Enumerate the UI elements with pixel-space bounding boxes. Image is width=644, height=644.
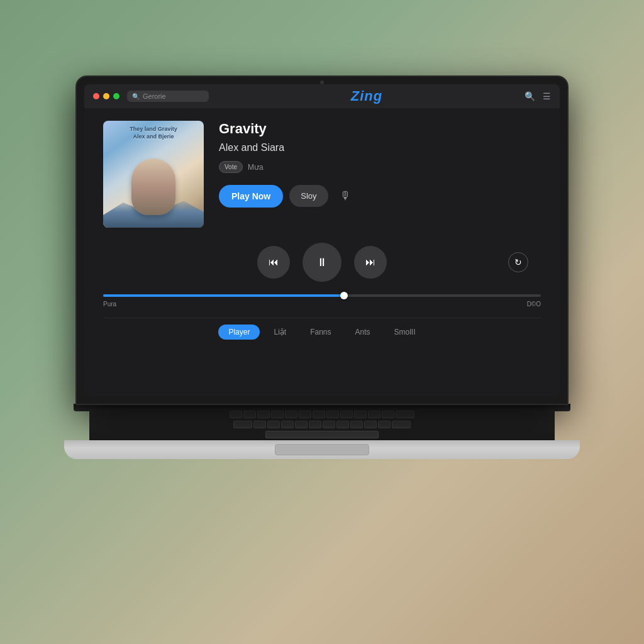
key bbox=[340, 411, 353, 418]
keyboard-row-2 bbox=[96, 421, 548, 428]
song-info-row: They land Gravity Alex and Bjerie Gravit… bbox=[103, 121, 541, 228]
forward-button[interactable]: ⏭ bbox=[354, 246, 387, 279]
key bbox=[267, 421, 280, 428]
keyboard-row-3 bbox=[96, 431, 548, 438]
key bbox=[382, 411, 394, 418]
maximize-button[interactable] bbox=[113, 93, 119, 99]
key bbox=[295, 421, 308, 428]
pause-button[interactable]: ⏸ bbox=[303, 243, 341, 282]
time-current: Pura bbox=[103, 301, 116, 308]
key bbox=[257, 411, 270, 418]
tag-vote[interactable]: Vote bbox=[219, 161, 243, 173]
keyboard-area bbox=[89, 409, 555, 440]
key bbox=[253, 421, 266, 428]
tag-mua: Mưa bbox=[248, 163, 264, 172]
webcam bbox=[320, 80, 324, 84]
search-text: Gerorie bbox=[143, 92, 166, 100]
progress-fill bbox=[103, 294, 344, 297]
key bbox=[230, 411, 242, 418]
key bbox=[313, 411, 325, 418]
key bbox=[336, 421, 349, 428]
key bbox=[392, 421, 411, 428]
key bbox=[364, 421, 377, 428]
bottom-tabs: Player Liật Fanns Ants SmolII bbox=[103, 318, 541, 345]
progress-thumb[interactable] bbox=[340, 292, 348, 299]
song-title: Gravity bbox=[219, 121, 541, 137]
rewind-button[interactable]: ⏮ bbox=[257, 246, 290, 279]
play-now-button[interactable]: Play Now bbox=[219, 185, 283, 208]
album-title-line2: Alex and Bjerie bbox=[103, 133, 204, 141]
traffic-lights bbox=[93, 93, 119, 99]
key bbox=[378, 421, 391, 428]
screen-content: 🔍 Gerorie Zing 🔍 ☰ They land Gravity bbox=[84, 84, 560, 396]
key bbox=[299, 411, 311, 418]
tab-fanns[interactable]: Fanns bbox=[300, 325, 341, 340]
player-controls: ⏮ ⏸ ⏭ ↻ bbox=[103, 243, 541, 282]
album-art: They land Gravity Alex and Bjerie bbox=[103, 121, 204, 228]
secondary-button[interactable]: Sloy bbox=[289, 185, 328, 207]
key bbox=[396, 411, 414, 418]
keyboard-row-1 bbox=[96, 411, 548, 418]
search-bar[interactable]: 🔍 Gerorie bbox=[127, 91, 209, 102]
repeat-button[interactable]: ↻ bbox=[508, 252, 528, 272]
key bbox=[326, 411, 339, 418]
minimize-button[interactable] bbox=[103, 93, 109, 99]
app-title: Zing bbox=[209, 88, 525, 104]
mic-button[interactable]: 🎙 bbox=[335, 184, 356, 208]
spacebar bbox=[265, 431, 379, 438]
title-actions: 🔍 ☰ bbox=[525, 91, 551, 101]
tab-player[interactable]: Player bbox=[218, 325, 260, 340]
progress-section: Pura D©O bbox=[103, 294, 541, 308]
trackpad[interactable] bbox=[275, 444, 369, 455]
menu-icon[interactable]: ☰ bbox=[543, 91, 551, 101]
key bbox=[350, 421, 363, 428]
search-icon: 🔍 bbox=[132, 93, 140, 100]
time-total: D©O bbox=[527, 301, 541, 308]
key bbox=[271, 411, 284, 418]
song-artist: Alex and Siara bbox=[219, 142, 541, 153]
album-figure bbox=[131, 158, 175, 215]
laptop-screen: 🔍 Gerorie Zing 🔍 ☰ They land Gravity bbox=[77, 77, 567, 404]
close-button[interactable] bbox=[93, 93, 99, 99]
laptop-wrapper: 🔍 Gerorie Zing 🔍 ☰ They land Gravity bbox=[64, 77, 580, 567]
main-content: They land Gravity Alex and Bjerie Gravit… bbox=[84, 108, 560, 396]
key bbox=[309, 421, 321, 428]
laptop-base bbox=[64, 440, 580, 459]
key bbox=[285, 411, 297, 418]
song-tags: Vote Mưa bbox=[219, 161, 541, 173]
key bbox=[354, 411, 367, 418]
title-bar: 🔍 Gerorie Zing 🔍 ☰ bbox=[84, 84, 560, 108]
progress-bar[interactable] bbox=[103, 294, 541, 297]
tab-smolll[interactable]: SmolII bbox=[384, 325, 426, 340]
tab-ants[interactable]: Ants bbox=[345, 325, 380, 340]
album-art-text: They land Gravity Alex and Bjerie bbox=[103, 126, 204, 140]
key bbox=[323, 421, 335, 428]
album-title-line1: They land Gravity bbox=[103, 126, 204, 133]
key bbox=[233, 421, 252, 428]
key bbox=[368, 411, 380, 418]
key bbox=[243, 411, 256, 418]
key bbox=[281, 421, 294, 428]
tab-liat[interactable]: Liật bbox=[264, 325, 296, 340]
search-header-icon[interactable]: 🔍 bbox=[525, 91, 535, 101]
action-buttons: Play Now Sloy 🎙 bbox=[219, 184, 541, 208]
progress-labels: Pura D©O bbox=[103, 301, 541, 308]
song-details: Gravity Alex and Siara Vote Mưa Play Now… bbox=[219, 121, 541, 208]
